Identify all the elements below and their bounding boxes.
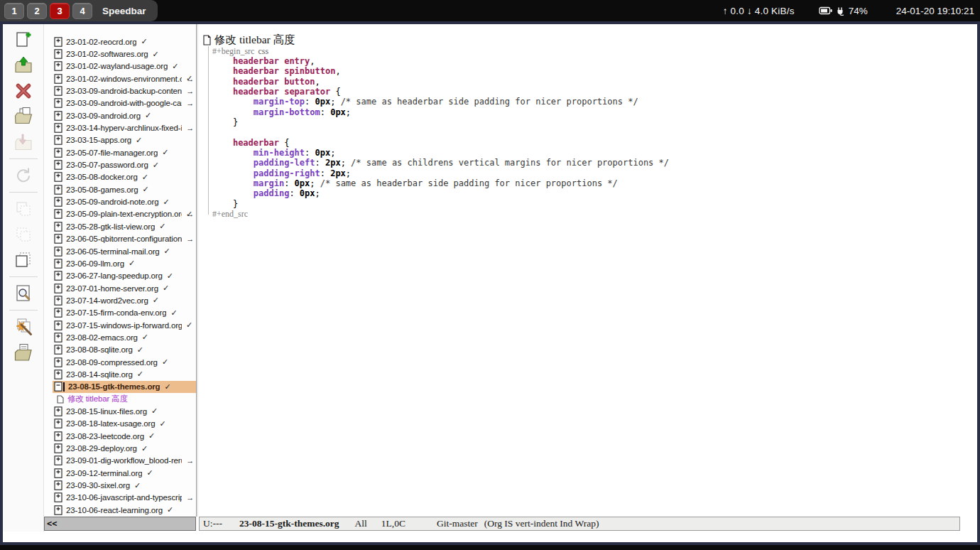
file-icon[interactable] — [54, 209, 62, 219]
workspace-button-3[interactable]: 3 — [50, 3, 70, 19]
toolbar-mail-button[interactable] — [11, 342, 36, 363]
speedbar-file-item[interactable]: 23-09-30-sixel.org✓ — [45, 479, 196, 491]
file-icon[interactable] — [54, 455, 62, 465]
file-icon[interactable] — [54, 111, 62, 121]
speedbar-file-item[interactable]: 23-08-29-deploy.org✓ — [45, 442, 196, 454]
file-icon[interactable] — [54, 98, 62, 108]
speedbar-file-item[interactable]: 23-10-06-react-learning.org✓ — [45, 504, 196, 516]
speedbar-modeline[interactable]: << — [44, 517, 196, 531]
file-icon[interactable] — [54, 284, 62, 293]
file-icon[interactable] — [54, 160, 62, 170]
file-icon[interactable] — [54, 296, 62, 306]
file-icon[interactable] — [54, 320, 62, 330]
file-icon[interactable] — [54, 492, 62, 502]
speedbar-file-item[interactable]: 23-07-14-word2vec.org✓ — [45, 294, 196, 306]
speedbar-file-item[interactable]: 23-01-02-softwares.org✓ — [45, 48, 196, 60]
speedbar-file-item[interactable]: 23-03-15-apps.org✓ — [45, 134, 196, 146]
speedbar-file-item[interactable]: 23-05-08-docker.org✓ — [45, 171, 196, 183]
toolbar-undo-button[interactable] — [11, 165, 36, 186]
file-icon[interactable] — [54, 222, 62, 232]
file-icon[interactable] — [54, 123, 62, 133]
modeline[interactable]: U:--- 23-08-15-gtk-themes.org All 1L,0C … — [199, 517, 960, 531]
speedbar-file-item[interactable]: 23-08-08-sqlite.org✓ — [45, 344, 196, 356]
speedbar-file-item[interactable]: 23-08-14-sqlite.org✓ — [45, 368, 196, 380]
file-icon[interactable] — [54, 480, 62, 490]
speedbar-file-item[interactable]: 23-05-09-android-note.org✓ — [45, 195, 196, 207]
file-icon[interactable] — [54, 308, 62, 318]
file-icon[interactable] — [54, 49, 62, 59]
workspace-button-2[interactable]: 2 — [27, 3, 47, 19]
editor-buffer[interactable]: 修改 titlebar 高度 #+begin_srccss headerbar … — [199, 24, 977, 517]
speedbar-file-item[interactable]: 23-06-05-terminal-mail.org✓ — [45, 245, 196, 257]
file-icon[interactable] — [54, 357, 62, 367]
panel-divider[interactable] — [196, 24, 198, 517]
speedbar-file-item[interactable]: 23-05-08-games.org✓ — [45, 183, 196, 195]
file-icon[interactable] — [54, 406, 62, 416]
speedbar-file-item[interactable]: 23-01-02-reocrd.org✓ — [45, 36, 196, 48]
file-icon[interactable] — [54, 185, 62, 195]
file-icon[interactable] — [54, 172, 62, 182]
file-icon[interactable] — [54, 419, 62, 428]
toolbar-cut-button[interactable] — [11, 198, 36, 220]
speedbar-file-item[interactable]: 23-09-01-dig-workflow_blood-rerun.o→ — [45, 455, 196, 467]
file-icon[interactable] — [54, 37, 62, 47]
file-icon[interactable] — [54, 382, 62, 392]
file-icon[interactable] — [54, 345, 62, 355]
echo-area[interactable] — [3, 532, 977, 542]
toolbar-paste-button[interactable] — [11, 249, 36, 271]
file-icon[interactable] — [54, 431, 62, 441]
file-icon[interactable] — [54, 247, 62, 257]
speedbar-file-item[interactable]: 23-07-15-firm-conda-env.org✓ — [45, 307, 196, 319]
speedbar-file-item[interactable]: 23-05-28-gtk-list-view.org✓ — [45, 220, 196, 232]
toolbar-customize-button[interactable] — [11, 316, 36, 338]
speedbar-file-item[interactable]: 23-08-15-linux-files.org✓ — [45, 405, 196, 417]
speedbar-file-item[interactable]: 23-03-09-android-with-google-camera→ — [45, 97, 196, 109]
speedbar-file-item[interactable]: 23-03-09-android-backup-content.org→ — [45, 85, 196, 97]
speedbar-file-item[interactable]: 23-10-06-javascript-and-typescript.org→ — [45, 492, 196, 504]
file-icon[interactable] — [54, 468, 62, 478]
speedbar-file-item[interactable]: 23-08-02-emacs.org✓ — [45, 331, 196, 343]
file-icon[interactable] — [54, 370, 62, 379]
file-icon[interactable] — [54, 61, 62, 71]
speedbar-file-item[interactable]: 23-08-18-latex-usage.org✓ — [45, 418, 196, 430]
file-icon[interactable] — [54, 259, 62, 269]
speedbar-file-item[interactable]: 23-03-09-android.org✓ — [45, 109, 196, 122]
speedbar-file-item[interactable]: 23-07-01-home-server.org✓ — [45, 282, 196, 294]
toolbar-search-button[interactable] — [11, 283, 36, 304]
toolbar-open-file-button[interactable] — [11, 55, 36, 76]
tag-icon[interactable] — [57, 395, 64, 404]
toolbar-copy-button[interactable] — [11, 224, 36, 245]
speedbar-file-item[interactable]: 23-05-07-file-manager.org✓ — [45, 146, 196, 158]
speedbar-file-item[interactable]: 23-05-07-password.org✓ — [45, 158, 196, 171]
workspace-button-1[interactable]: 1 — [4, 3, 24, 19]
speedbar-file-item[interactable]: 23-01-02-wayland-usage.org✓ — [45, 60, 196, 72]
speedbar-tag-item[interactable]: 修改 titlebar 高度 — [45, 393, 196, 405]
file-icon[interactable] — [54, 135, 62, 145]
speedbar-file-item[interactable]: 23-08-09-compressed.org✓ — [45, 356, 196, 368]
file-icon[interactable] — [54, 333, 62, 343]
speedbar-file-item[interactable]: 23-08-15-gtk-themes.org✓ — [45, 381, 196, 393]
speedbar-file-item[interactable]: 23-06-09-llm.org✓ — [45, 257, 196, 269]
file-icon[interactable] — [54, 86, 62, 96]
toolbar-open-directory-button[interactable] — [11, 106, 36, 127]
speedbar-file-item[interactable]: 23-09-12-terminal.org✓ — [45, 467, 196, 479]
file-icon[interactable] — [54, 234, 62, 244]
speedbar-file-item[interactable]: 23-05-09-plain-text-encryption.org✓→ — [45, 208, 196, 220]
speedbar-file-item[interactable]: 23-06-27-lang-speedup.org✓ — [45, 270, 196, 282]
toolbar-new-file-button[interactable] — [11, 29, 36, 50]
file-label: 23-03-14-hyperv-archlinux-fixed-ip.org — [66, 124, 182, 132]
file-icon[interactable] — [54, 148, 62, 158]
toolbar-save-file-button[interactable] — [11, 131, 36, 153]
speedbar-file-item[interactable]: 23-08-23-leetcode.org✓ — [45, 430, 196, 442]
speedbar-file-item[interactable]: 23-03-14-hyperv-archlinux-fixed-ip.org→ — [45, 122, 196, 134]
file-icon[interactable] — [54, 505, 62, 515]
speedbar-file-item[interactable]: 23-07-15-windows-ip-forward.org✓ — [45, 319, 196, 331]
file-icon[interactable] — [54, 197, 62, 207]
file-icon[interactable] — [54, 74, 62, 84]
workspace-button-4[interactable]: 4 — [72, 3, 92, 19]
file-icon[interactable] — [54, 443, 62, 453]
file-icon[interactable] — [54, 271, 62, 281]
toolbar-close-buffer-button[interactable] — [11, 80, 36, 102]
speedbar-file-item[interactable]: 23-01-02-windows-environment.org✓→ — [45, 72, 196, 85]
speedbar-file-item[interactable]: 23-06-05-qbitorrent-configuration.org→ — [45, 233, 196, 245]
